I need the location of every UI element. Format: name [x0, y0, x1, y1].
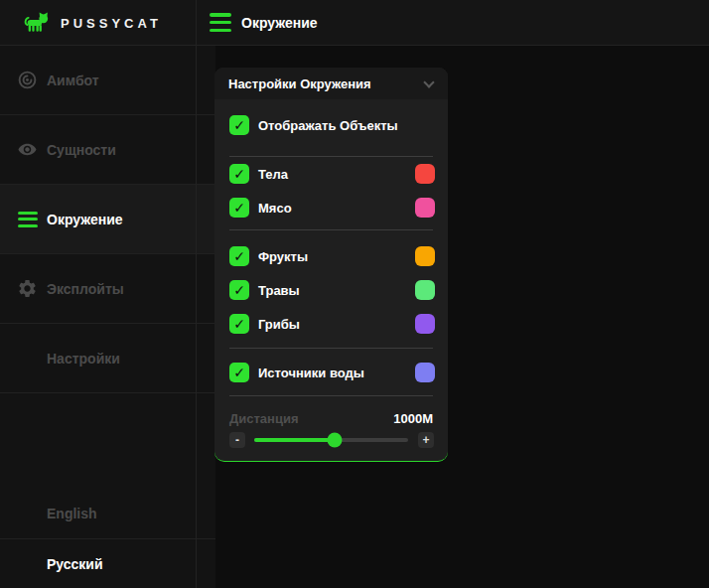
fruits-checkbox[interactable]: ✓ — [229, 246, 249, 266]
row-mushrooms: ✓ Грибы — [229, 310, 433, 338]
cat-logo-icon — [24, 12, 51, 34]
sidebar-item-exploits[interactable]: Эксплойты — [0, 254, 215, 324]
divider — [229, 156, 433, 157]
language-option-russian[interactable]: Русский — [0, 538, 215, 588]
row-meat: ✓ Мясо — [229, 194, 433, 221]
distance-value: 1000М — [393, 411, 433, 426]
herbs-checkbox[interactable]: ✓ — [229, 280, 249, 300]
radar-icon — [17, 70, 38, 90]
sidebar: Аимбот Сущности Окружение Эксплойты — [0, 46, 215, 588]
row-fruits: ✓ Фрукты — [229, 242, 433, 270]
environment-settings-panel: Настройки Окружения ✓ Отображать Объекты… — [214, 68, 448, 462]
topbar: PUSSYCAT Окружение — [0, 0, 709, 46]
panel-header[interactable]: Настройки Окружения — [214, 68, 448, 99]
sidebar-item-settings[interactable]: Настройки — [0, 324, 215, 393]
brand-logo: PUSSYCAT — [24, 0, 162, 46]
mushrooms-color-swatch[interactable] — [415, 314, 435, 334]
gear-icon — [17, 278, 38, 299]
divider — [229, 348, 433, 349]
panel-title: Настройки Окружения — [228, 76, 371, 91]
sidebar-item-label: Настройки — [47, 351, 120, 367]
distance-decrease-button[interactable]: - — [229, 432, 245, 448]
page-title: Окружение — [241, 0, 318, 46]
sidebar-item-environment[interactable]: Окружение — [0, 185, 215, 254]
sidebar-item-label: Окружение — [47, 212, 123, 227]
display-objects-checkbox[interactable]: ✓ — [229, 115, 249, 135]
distance-row: Дистанция 1000М — [229, 409, 433, 429]
distance-slider-thumb[interactable] — [327, 433, 342, 448]
meat-checkbox[interactable]: ✓ — [229, 198, 249, 218]
chevron-down-icon — [423, 76, 434, 87]
sidebar-item-label: Аимбот — [47, 73, 99, 88]
menu-icon — [17, 209, 38, 229]
sidebar-item-aimbot[interactable]: Аимбот — [0, 46, 215, 115]
eye-icon — [17, 139, 38, 160]
bodies-checkbox[interactable]: ✓ — [229, 164, 249, 184]
water-sources-checkbox[interactable]: ✓ — [229, 363, 249, 382]
brand-name: PUSSYCAT — [61, 16, 162, 31]
mushrooms-checkbox[interactable]: ✓ — [229, 314, 249, 334]
sidebar-item-label: Сущности — [47, 142, 116, 158]
app-window: PUSSYCAT Окружение Аимбот Сущ — [0, 0, 709, 588]
divider — [229, 395, 433, 396]
sidebar-item-label: Эксплойты — [47, 281, 124, 297]
fruits-color-swatch[interactable] — [415, 246, 435, 266]
menu-toggle-icon[interactable] — [210, 13, 231, 32]
herbs-color-swatch[interactable] — [415, 280, 435, 300]
sidebar-inner-divider — [196, 0, 197, 588]
meat-color-swatch[interactable] — [415, 198, 435, 218]
language-option-english[interactable]: English — [0, 489, 215, 538]
row-bodies: ✓ Тела — [229, 160, 433, 188]
water-sources-color-swatch[interactable] — [415, 363, 435, 382]
bodies-color-swatch[interactable] — [415, 164, 435, 184]
distance-slider-track[interactable] — [254, 438, 408, 442]
distance-slider-fill — [254, 438, 335, 442]
distance-label: Дистанция — [229, 411, 299, 426]
distance-increase-button[interactable]: + — [418, 432, 434, 448]
row-water-sources: ✓ Источники воды — [229, 359, 433, 386]
divider — [229, 229, 433, 230]
row-display-objects: ✓ Отображать Объекты — [229, 111, 433, 139]
row-herbs: ✓ Травы — [229, 276, 433, 304]
sidebar-item-entities[interactable]: Сущности — [0, 115, 215, 185]
distance-slider-row: - + — [214, 432, 448, 448]
